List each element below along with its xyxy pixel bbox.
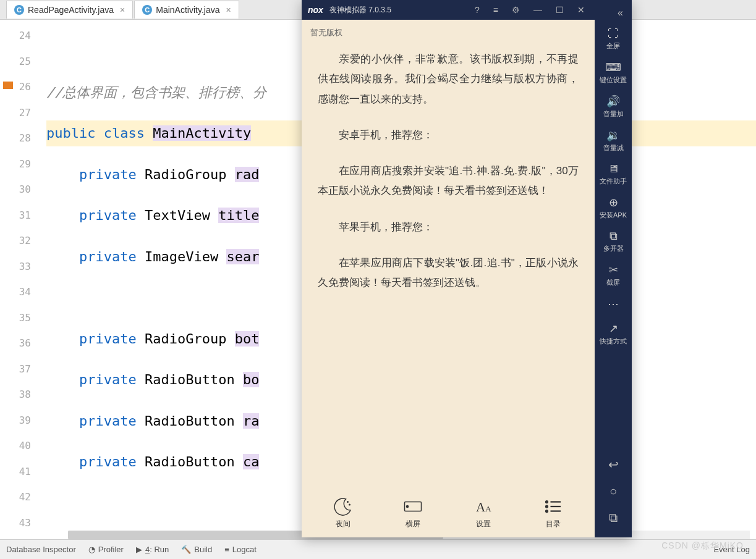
play-icon: ▶ bbox=[136, 545, 142, 554]
edit-marker-icon bbox=[3, 82, 13, 89]
line-number: 39 bbox=[0, 408, 31, 434]
java-class-icon: C bbox=[142, 5, 152, 15]
volume-down-tool[interactable]: 🔉音量减 bbox=[595, 124, 632, 158]
settings-button[interactable]: AA 设置 bbox=[472, 495, 495, 529]
line-number: 35 bbox=[0, 305, 31, 331]
minimize-icon[interactable]: — bbox=[530, 5, 546, 15]
volume-up-icon: 🔊 bbox=[595, 95, 632, 108]
multi-instance-tool[interactable]: ⧉多开器 bbox=[595, 225, 632, 258]
fullscreen-icon: ⛶ bbox=[595, 27, 632, 40]
watermark: CSDN @栎华MiKO bbox=[661, 540, 744, 552]
settings-icon[interactable]: ⚙ bbox=[508, 5, 524, 15]
file-assistant-tool[interactable]: 🖥文件助手 bbox=[595, 158, 632, 191]
emulator-title: 夜神模拟器 7.0.3.5 bbox=[329, 5, 465, 15]
android-nav: ↩ ○ ⧉ bbox=[595, 451, 632, 537]
line-number: 33 bbox=[0, 254, 31, 280]
tool-logcat[interactable]: ≡Logcat bbox=[224, 545, 257, 554]
more-icon: ⋯ bbox=[595, 297, 632, 311]
line-number: 26 bbox=[0, 74, 31, 100]
app-content: 亲爱的小伙伴，非常歉意。该书版权到期，不再提供在线阅读服务。我们会竭尽全力继续与… bbox=[302, 43, 595, 489]
line-number: 25 bbox=[0, 49, 31, 75]
line-number: 31 bbox=[0, 203, 31, 229]
svg-point-8 bbox=[546, 505, 548, 507]
file-icon: 🖥 bbox=[595, 162, 632, 175]
collapse-icon[interactable]: « bbox=[614, 4, 627, 22]
keyboard-icon: ⌨ bbox=[595, 61, 632, 74]
volume-down-icon: 🔉 bbox=[595, 128, 632, 142]
line-number: 27 bbox=[0, 100, 31, 126]
svg-point-0 bbox=[347, 501, 349, 502]
line-number: 24 bbox=[0, 23, 31, 49]
tool-build[interactable]: 🔨Build bbox=[181, 545, 212, 554]
moon-icon bbox=[332, 495, 354, 518]
status-bar: Database Inspector ◔Profiler ▶4: Run 🔨Bu… bbox=[0, 539, 756, 559]
line-number: 37 bbox=[0, 356, 31, 382]
line-number: 30 bbox=[0, 177, 31, 203]
maximize-icon[interactable]: ☐ bbox=[552, 5, 567, 15]
tool-database-inspector[interactable]: Database Inspector bbox=[6, 545, 76, 554]
tool-run[interactable]: ▶4: Run bbox=[136, 545, 169, 554]
tab-mainactivity[interactable]: C MainActivity.java × bbox=[134, 1, 239, 19]
logcat-icon: ≡ bbox=[224, 545, 229, 554]
nox-logo: nox bbox=[308, 5, 323, 15]
svg-point-3 bbox=[407, 505, 409, 507]
close-icon[interactable]: ✕ bbox=[574, 5, 588, 15]
shortcut-icon: ↗ bbox=[595, 322, 632, 335]
hammer-icon: 🔨 bbox=[181, 545, 191, 554]
scissors-icon: ✂ bbox=[595, 263, 632, 277]
app-header: 暂无版权 bbox=[302, 20, 595, 43]
menu-icon[interactable]: ≡ bbox=[490, 5, 502, 15]
svg-point-6 bbox=[546, 501, 548, 503]
landscape-button[interactable]: 横屏 bbox=[402, 495, 424, 529]
back-button[interactable]: ↩ bbox=[595, 451, 632, 478]
line-number: 32 bbox=[0, 228, 31, 254]
line-number: 36 bbox=[0, 330, 31, 356]
svg-point-10 bbox=[546, 510, 548, 512]
shortcut-tool[interactable]: ↗快捷方式 bbox=[595, 317, 632, 351]
multi-icon: ⧉ bbox=[595, 230, 632, 243]
java-class-icon: C bbox=[14, 5, 24, 15]
paragraph: 苹果手机，推荐您： bbox=[318, 217, 579, 237]
recents-button[interactable]: ⧉ bbox=[595, 505, 632, 531]
app-screen[interactable]: 暂无版权 亲爱的小伙伴，非常歉意。该书版权到期，不再提供在线阅读服务。我们会竭尽… bbox=[302, 20, 595, 537]
line-number: 40 bbox=[0, 433, 31, 459]
install-apk-tool[interactable]: ⊕安装APK bbox=[595, 191, 632, 225]
landscape-icon bbox=[402, 495, 424, 518]
line-number: 29 bbox=[0, 151, 31, 177]
tab-label: ReadPageActivity.java bbox=[28, 5, 114, 15]
line-number: 43 bbox=[0, 510, 31, 536]
tab-label: MainActivity.java bbox=[156, 5, 219, 15]
help-icon[interactable]: ? bbox=[471, 5, 483, 15]
close-icon[interactable]: × bbox=[226, 5, 231, 15]
line-number: 34 bbox=[0, 279, 31, 305]
paragraph: 亲爱的小伙伴，非常歉意。该书版权到期，不再提供在线阅读服务。我们会竭尽全力继续与… bbox=[318, 49, 579, 109]
list-icon bbox=[542, 495, 564, 518]
line-gutter: 24 25 26 27 28 29 30 31 32 33 34 35 36 3… bbox=[0, 20, 40, 539]
toc-button[interactable]: 目录 bbox=[542, 495, 564, 529]
apk-icon: ⊕ bbox=[595, 196, 632, 209]
close-icon[interactable]: × bbox=[120, 5, 125, 15]
emulator-sidebar: « ⛶全屏 ⌨键位设置 🔊音量加 🔉音量减 🖥文件助手 ⊕安装APK ⧉多开器 … bbox=[595, 0, 632, 537]
emulator-main: nox 夜神模拟器 7.0.3.5 ? ≡ ⚙ — ☐ ✕ 暂无版权 亲爱的小伙… bbox=[302, 0, 595, 537]
app-bottom-bar: 夜间 横屏 AA 设置 目录 bbox=[302, 489, 595, 537]
home-button[interactable]: ○ bbox=[595, 478, 632, 505]
line-number: 38 bbox=[0, 382, 31, 408]
paragraph: 在苹果应用商店下载安装"饭.团.追.书"，正版小说永久免费阅读！每天看书签到还送… bbox=[318, 253, 579, 293]
paragraph: 安卓手机，推荐您： bbox=[318, 125, 579, 145]
line-number: 41 bbox=[0, 459, 31, 485]
more-tool[interactable]: ⋯ bbox=[595, 292, 632, 317]
volume-up-tool[interactable]: 🔊音量加 bbox=[595, 90, 632, 124]
emulator-window: nox 夜神模拟器 7.0.3.5 ? ≡ ⚙ — ☐ ✕ 暂无版权 亲爱的小伙… bbox=[302, 0, 632, 537]
keymap-tool[interactable]: ⌨键位设置 bbox=[595, 56, 632, 90]
profiler-icon: ◔ bbox=[88, 545, 95, 554]
fullscreen-tool[interactable]: ⛶全屏 bbox=[595, 22, 632, 56]
night-mode-button[interactable]: 夜间 bbox=[332, 495, 354, 529]
font-icon: AA bbox=[472, 495, 495, 518]
tool-profiler[interactable]: ◔Profiler bbox=[88, 545, 124, 554]
line-number: 28 bbox=[0, 125, 31, 151]
tab-readpage[interactable]: C ReadPageActivity.java × bbox=[6, 1, 133, 19]
svg-text:A: A bbox=[485, 503, 491, 513]
emulator-titlebar[interactable]: nox 夜神模拟器 7.0.3.5 ? ≡ ⚙ — ☐ ✕ bbox=[302, 0, 595, 20]
paragraph: 在应用商店搜索并安装"追.书.神.器.免.费.版"，30万本正版小说永久免费阅读… bbox=[318, 161, 579, 201]
screenshot-tool[interactable]: ✂截屏 bbox=[595, 258, 632, 292]
